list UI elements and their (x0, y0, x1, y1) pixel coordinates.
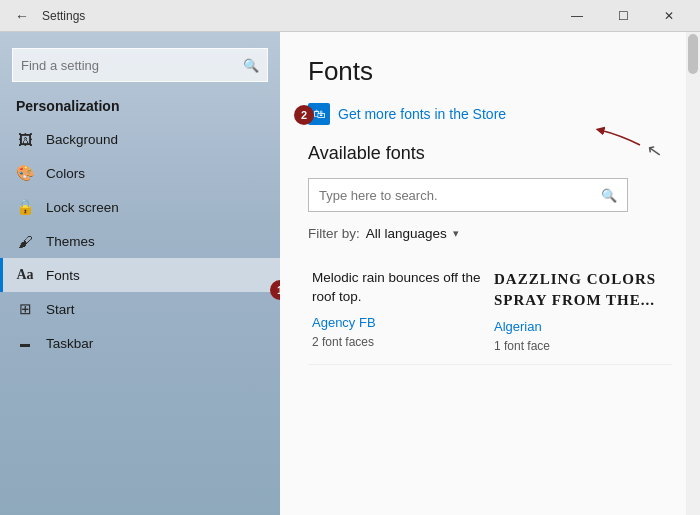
minimize-button[interactable]: — (554, 0, 600, 32)
sidebar-item-lockscreen[interactable]: 🔒 Lock screen (0, 190, 280, 224)
fonts-search-icon: 🔍 (601, 188, 617, 203)
font-card-algerian: DAZZLING COLORS SPRAY FROM THE... Algeri… (490, 259, 672, 365)
fonts-search-box[interactable]: 🔍 (308, 178, 628, 212)
content-area: Fonts 🛍 Get more fonts in the Store 2 Av… (280, 32, 700, 515)
sidebar-item-label: Lock screen (46, 200, 119, 215)
sidebar-item-label: Start (46, 302, 75, 317)
font-name-algerian[interactable]: Algerian (494, 319, 664, 334)
filter-value[interactable]: All languages (366, 226, 447, 241)
fonts-search-input[interactable] (319, 188, 601, 203)
main-layout: 🔍 Personalization 🖼 Background 🎨 Colors … (0, 32, 700, 515)
filter-row: Filter by: All languages ▾ (308, 226, 672, 241)
sidebar-item-colors[interactable]: 🎨 Colors (0, 156, 280, 190)
font-faces-algerian: 1 font face (494, 339, 550, 353)
font-faces-agency: 2 font faces (312, 335, 374, 349)
font-preview-agency: Melodic rain bounces off the roof top. (312, 269, 482, 307)
search-input[interactable] (21, 58, 243, 73)
start-icon: ⊞ (16, 300, 34, 318)
background-icon: 🖼 (16, 130, 34, 148)
font-card-agency: Melodic rain bounces off the roof top. A… (308, 259, 490, 365)
arrow-1 (280, 245, 290, 275)
fonts-grid: Melodic rain bounces off the roof top. A… (308, 259, 672, 365)
back-button[interactable]: ← (8, 2, 36, 30)
scrollbar-track[interactable] (686, 32, 700, 515)
taskbar-icon: ▬ (16, 334, 34, 352)
fonts-icon: Aa (16, 266, 34, 284)
filter-label: Filter by: (308, 226, 360, 241)
available-fonts-title: Available fonts (308, 143, 672, 164)
sidebar-item-taskbar[interactable]: ▬ Taskbar (0, 326, 280, 360)
sidebar-item-themes[interactable]: 🖌 Themes (0, 224, 280, 258)
store-link[interactable]: 🛍 Get more fonts in the Store 2 (308, 103, 672, 125)
maximize-button[interactable]: ☐ (600, 0, 646, 32)
lockscreen-icon: 🔒 (16, 198, 34, 216)
window-title: Settings (42, 9, 85, 23)
font-preview-algerian: DAZZLING COLORS SPRAY FROM THE... (494, 269, 664, 311)
colors-icon: 🎨 (16, 164, 34, 182)
sidebar-item-start[interactable]: ⊞ Start (0, 292, 280, 326)
sidebar-item-label: Background (46, 132, 118, 147)
sidebar-section-title: Personalization (0, 94, 280, 122)
close-button[interactable]: ✕ (646, 0, 692, 32)
sidebar-item-background[interactable]: 🖼 Background (0, 122, 280, 156)
sidebar-item-label: Colors (46, 166, 85, 181)
store-link-label: Get more fonts in the Store (338, 106, 506, 122)
chevron-down-icon: ▾ (453, 227, 459, 240)
sidebar-item-label: Themes (46, 234, 95, 249)
titlebar: ← Settings — ☐ ✕ (0, 0, 700, 32)
sidebar-item-label: Fonts (46, 268, 80, 283)
window-controls: — ☐ ✕ (554, 0, 692, 32)
themes-icon: 🖌 (16, 232, 34, 250)
search-icon: 🔍 (243, 58, 259, 73)
annotation-2: 2 (294, 105, 314, 125)
sidebar-item-label: Taskbar (46, 336, 93, 351)
font-name-agency[interactable]: Agency FB (312, 315, 482, 330)
sidebar-item-fonts[interactable]: Aa Fonts 1 (0, 258, 280, 292)
search-box[interactable]: 🔍 (12, 48, 268, 82)
page-title: Fonts (308, 56, 672, 87)
scrollbar-thumb[interactable] (688, 34, 698, 74)
sidebar: 🔍 Personalization 🖼 Background 🎨 Colors … (0, 32, 280, 515)
